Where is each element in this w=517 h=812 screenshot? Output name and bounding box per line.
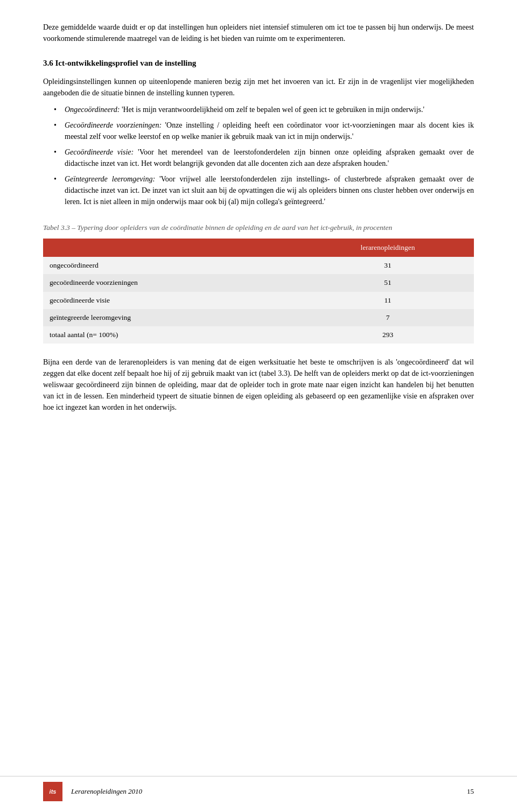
table-row: totaal aantal (n= 100%)293 [43,326,474,344]
list-item: Gecoördineerde visie: 'Voor het merendee… [54,146,474,169]
table-row: gecoördineerde visie11 [43,292,474,309]
table-cell-label: gecoördineerde voorzieningen [43,274,302,291]
table-row: gecoördineerde voorzieningen51 [43,274,474,291]
bullet-term-1: Ongecoördineerd: [65,106,120,114]
section-heading: 3.6 Ict-ontwikkelingsprofiel van de inst… [43,57,474,69]
data-table: lerarenopleidingen ongecoördineerd31geco… [43,239,474,344]
list-item: Geïntegreerde leeromgeving: 'Voor vrijwe… [54,173,474,207]
list-item: Ongecoördineerd: 'Het is mijn verantwoor… [54,104,474,115]
bullet-list: Ongecoördineerd: 'Het is mijn verantwoor… [54,104,474,207]
table-header-col: lerarenopleidingen [302,239,474,257]
bullet-term-2: Gecoördineerde voorzieningen: [65,121,162,129]
table-cell-value: 51 [302,274,474,291]
table-caption: Tabel 3.3 – Typering door opleiders van … [43,222,474,233]
closing-paragraph: Bijna een derde van de lerarenopleiders … [43,356,474,413]
footer: its Lerarenopleidingen 2010 15 [0,776,517,801]
table-cell-label: geïntegreerde leeromgeving [43,309,302,326]
logo-text: its [50,787,57,796]
footer-title: Lerarenopleidingen 2010 [71,786,467,797]
table-cell-label: gecoördineerde visie [43,292,302,309]
section-intro: Opleidingsinstellingen kunnen op uiteenl… [43,76,474,99]
logo-box: its [43,782,62,801]
page-container: Deze gemiddelde waarde duidt er op dat i… [0,0,517,812]
table-row: geïntegreerde leeromgeving7 [43,309,474,326]
table-cell-value: 31 [302,257,474,274]
table-row-label-col [43,239,302,257]
table-cell-value: 11 [302,292,474,309]
intro-paragraph: Deze gemiddelde waarde duidt er op dat i… [43,22,474,44]
footer-logo: its [43,782,62,801]
table-row: ongecoördineerd31 [43,257,474,274]
footer-page-number: 15 [467,786,474,797]
bullet-term-4: Geïntegreerde leeromgeving: [65,175,155,183]
table-cell-value: 293 [302,326,474,344]
table-cell-value: 7 [302,309,474,326]
table-cell-label: ongecoördineerd [43,257,302,274]
list-item: Gecoördineerde voorzieningen: 'Onze inst… [54,120,474,142]
bullet-text-1: 'Het is mijn verantwoordelijkheid om zel… [120,106,424,114]
bullet-term-3: Gecoördineerde visie: [65,148,134,156]
table-cell-label: totaal aantal (n= 100%) [43,326,302,344]
